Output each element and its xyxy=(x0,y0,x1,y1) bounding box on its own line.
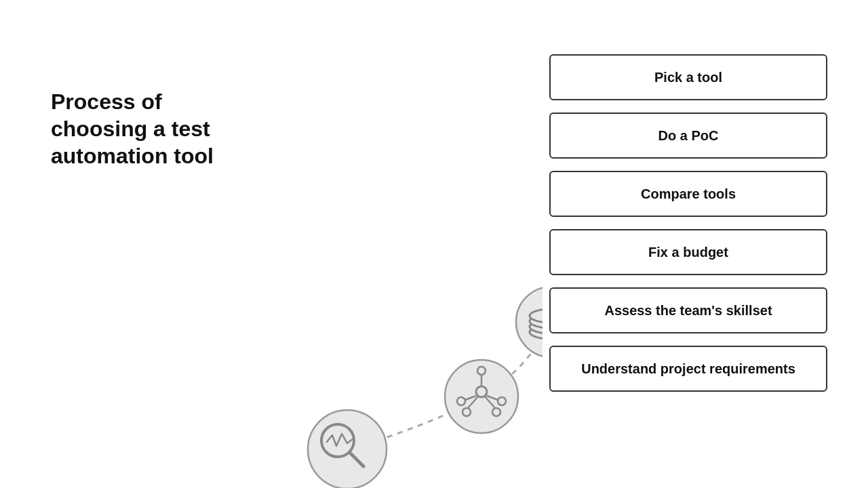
step-boxes: Pick a tool Do a PoC Compare tools Fix a… xyxy=(549,54,827,392)
step-box-fix-budget: Fix a budget xyxy=(549,229,827,275)
svg-point-46 xyxy=(308,410,387,488)
step-box-pick-tool: Pick a tool xyxy=(549,54,827,100)
diagram-svg: $ xyxy=(136,0,542,488)
step-box-compare-tools: Compare tools xyxy=(549,171,827,217)
step-box-assess-skillset: Assess the team's skillset xyxy=(549,287,827,333)
step-box-do-poc: Do a PoC xyxy=(549,113,827,159)
step-box-understand-requirements: Understand project requirements xyxy=(549,346,827,392)
page-container: Process of choosing a test automation to… xyxy=(0,0,868,488)
